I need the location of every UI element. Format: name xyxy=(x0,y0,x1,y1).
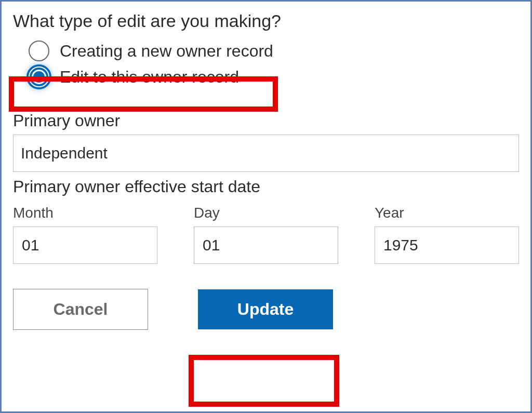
primary-owner-input[interactable] xyxy=(13,135,519,172)
year-input[interactable] xyxy=(375,227,519,264)
radio-icon xyxy=(29,41,49,61)
day-column: Day xyxy=(194,205,338,264)
month-column: Month xyxy=(13,205,157,264)
radio-option-create-new[interactable]: Creating a new owner record xyxy=(29,41,519,61)
year-column: Year xyxy=(375,205,519,264)
radio-label-edit-existing: Edit to this owner record xyxy=(60,68,239,87)
edit-type-radio-group: Creating a new owner record Edit to this… xyxy=(13,41,519,92)
highlight-annotation-update xyxy=(189,355,339,407)
effective-date-label: Primary owner effective start date xyxy=(13,177,519,196)
radio-option-edit-existing[interactable]: Edit to this owner record xyxy=(29,66,239,87)
date-fields: Month Day Year xyxy=(13,205,519,264)
month-label: Month xyxy=(13,205,157,221)
update-button[interactable]: Update xyxy=(198,289,333,329)
year-label: Year xyxy=(375,205,519,221)
action-buttons: Cancel Update xyxy=(13,289,519,330)
primary-owner-label: Primary owner xyxy=(13,111,519,130)
cancel-button[interactable]: Cancel xyxy=(13,289,148,330)
edit-owner-dialog: What type of edit are you making? Creati… xyxy=(0,0,532,413)
edit-type-question: What type of edit are you making? xyxy=(13,11,519,31)
radio-label-create-new: Creating a new owner record xyxy=(60,42,273,61)
day-label: Day xyxy=(194,205,338,221)
radio-icon-selected xyxy=(29,66,49,87)
day-input[interactable] xyxy=(194,227,338,264)
month-input[interactable] xyxy=(13,227,157,264)
